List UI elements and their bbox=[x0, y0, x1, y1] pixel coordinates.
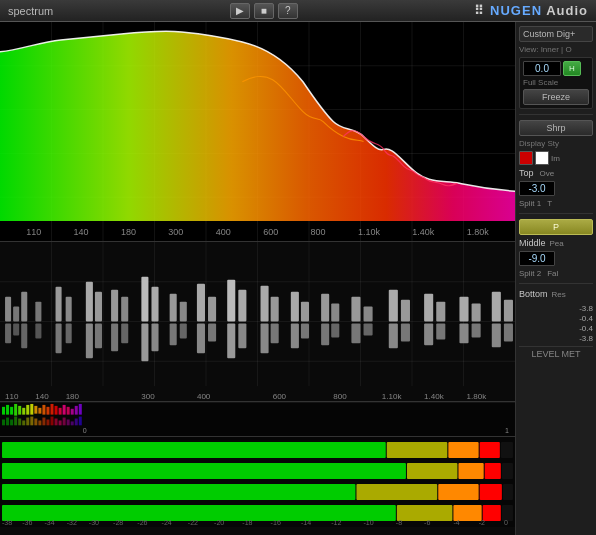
svg-rect-30 bbox=[21, 323, 27, 348]
svg-text:-32: -32 bbox=[67, 519, 77, 526]
svg-rect-85 bbox=[459, 297, 468, 322]
svg-rect-140 bbox=[63, 418, 66, 426]
top-over-row: Top Ove bbox=[519, 168, 593, 178]
svg-rect-89 bbox=[492, 292, 501, 322]
stop-button[interactable]: ■ bbox=[254, 3, 274, 19]
svg-rect-130 bbox=[22, 420, 25, 425]
svg-rect-158 bbox=[2, 484, 355, 500]
title-bar: spectrum ▶ ■ ? ⠿ NUGEN Audio bbox=[0, 0, 596, 22]
svg-rect-47 bbox=[151, 287, 158, 322]
svg-rect-42 bbox=[111, 323, 118, 351]
svg-rect-156 bbox=[485, 463, 501, 479]
shrp-button[interactable]: Shrp bbox=[519, 120, 593, 136]
preset-label: Custom Dig+ bbox=[523, 29, 575, 39]
view-label: View: Inner | O bbox=[519, 45, 593, 54]
minimap-area: 0 1 bbox=[0, 402, 515, 437]
svg-rect-126 bbox=[6, 418, 9, 426]
full-scale-label: Full Scale bbox=[523, 78, 589, 87]
svg-text:-14: -14 bbox=[301, 519, 311, 526]
freq-label-7: 1.10k bbox=[358, 227, 380, 237]
svg-text:1: 1 bbox=[505, 427, 509, 434]
svg-text:-28: -28 bbox=[113, 519, 123, 526]
play-button[interactable]: ▶ bbox=[230, 3, 250, 19]
svg-rect-83 bbox=[436, 302, 445, 322]
split2-input[interactable] bbox=[519, 251, 555, 266]
color-swatch-red[interactable] bbox=[519, 151, 533, 165]
vu-values-panel: -3.8 -0.4 -0.4 -3.8 bbox=[519, 304, 593, 343]
help-button[interactable]: ? bbox=[278, 3, 298, 19]
svg-text:-20: -20 bbox=[214, 519, 224, 526]
svg-rect-114 bbox=[38, 408, 41, 414]
value-input[interactable] bbox=[523, 61, 561, 76]
svg-rect-61 bbox=[261, 286, 269, 322]
svg-rect-74 bbox=[351, 323, 360, 343]
freq-label-1: 140 bbox=[74, 227, 89, 237]
preset-selector[interactable]: Custom Dig+ bbox=[519, 26, 593, 42]
freeze-button[interactable]: Freeze bbox=[523, 89, 589, 105]
svg-rect-79 bbox=[401, 300, 410, 322]
top-label: Top bbox=[519, 168, 534, 178]
split1-label-row: Split 1 T bbox=[519, 199, 593, 208]
svg-rect-56 bbox=[208, 323, 216, 341]
im-label: Im bbox=[551, 154, 560, 163]
display-style-label: Display Sty bbox=[519, 139, 593, 148]
p-button[interactable]: P bbox=[519, 219, 593, 235]
color-swatch-white[interactable] bbox=[535, 151, 549, 165]
svg-rect-106 bbox=[6, 405, 9, 415]
svg-text:-8: -8 bbox=[396, 519, 402, 526]
svg-rect-127 bbox=[10, 419, 13, 425]
svg-rect-119 bbox=[59, 408, 62, 415]
h-button[interactable]: H bbox=[563, 61, 581, 76]
svg-rect-53 bbox=[197, 284, 205, 322]
svg-text:-16: -16 bbox=[271, 519, 281, 526]
split1-input[interactable] bbox=[519, 181, 555, 196]
svg-rect-59 bbox=[238, 290, 246, 322]
svg-rect-149 bbox=[387, 442, 448, 458]
svg-rect-34 bbox=[56, 323, 62, 353]
spectrum-svg bbox=[0, 22, 515, 241]
svg-text:110: 110 bbox=[5, 392, 19, 401]
middle-label: Middle bbox=[519, 238, 546, 248]
svg-rect-28 bbox=[13, 323, 19, 335]
freq-label-4: 400 bbox=[216, 227, 231, 237]
svg-rect-139 bbox=[59, 420, 62, 425]
svg-rect-32 bbox=[35, 323, 41, 338]
svg-rect-113 bbox=[34, 406, 37, 414]
svg-rect-60 bbox=[238, 323, 246, 348]
svg-rect-71 bbox=[331, 304, 339, 322]
svg-rect-117 bbox=[50, 404, 53, 415]
svg-rect-151 bbox=[480, 442, 500, 458]
svg-rect-132 bbox=[30, 417, 33, 426]
svg-rect-128 bbox=[14, 417, 17, 426]
svg-rect-73 bbox=[351, 297, 360, 322]
svg-rect-35 bbox=[66, 297, 72, 322]
svg-rect-44 bbox=[121, 323, 128, 343]
divider-1 bbox=[519, 114, 593, 115]
svg-rect-131 bbox=[26, 418, 29, 426]
split1-label: Split 1 bbox=[519, 199, 541, 208]
svg-rect-39 bbox=[95, 292, 102, 322]
title-text: spectrum bbox=[8, 5, 53, 17]
svg-rect-108 bbox=[14, 404, 17, 416]
freq-label-0: 110 bbox=[26, 227, 41, 237]
t-label: T bbox=[547, 199, 552, 208]
svg-rect-58 bbox=[227, 323, 235, 358]
svg-rect-86 bbox=[459, 323, 468, 343]
svg-rect-133 bbox=[34, 419, 37, 426]
svg-text:1.80k: 1.80k bbox=[467, 392, 488, 401]
svg-rect-37 bbox=[86, 282, 93, 322]
svg-rect-92 bbox=[504, 323, 513, 341]
main-container: 110 140 180 300 400 600 800 1.10k 1.40k … bbox=[0, 22, 596, 535]
vu-meters-area: -38 -36 -34 -32 -30 -28 -26 -24 -22 -20 … bbox=[0, 437, 515, 527]
color-row: Im bbox=[519, 151, 593, 165]
svg-rect-88 bbox=[472, 323, 481, 337]
svg-rect-36 bbox=[66, 323, 72, 343]
svg-rect-153 bbox=[2, 463, 406, 479]
svg-rect-46 bbox=[141, 323, 148, 361]
split1-row bbox=[519, 181, 593, 196]
svg-rect-57 bbox=[227, 280, 235, 322]
controls-panel: Custom Dig+ View: Inner | O H Full Scale… bbox=[516, 22, 596, 535]
svg-rect-38 bbox=[86, 323, 93, 358]
svg-rect-150 bbox=[448, 442, 478, 458]
svg-rect-33 bbox=[56, 287, 62, 322]
